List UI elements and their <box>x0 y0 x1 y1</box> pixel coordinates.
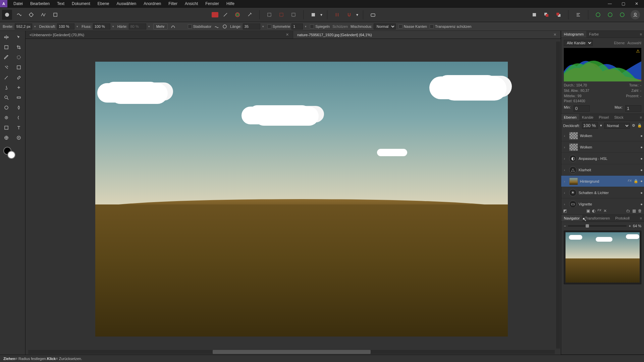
tab-stock[interactable]: Stock <box>611 114 626 121</box>
layer-expand-icon[interactable]: › <box>564 134 567 138</box>
menu-hilfe[interactable]: Hilfe <box>223 0 238 7</box>
persona-export-icon[interactable] <box>50 10 60 20</box>
toolbar-selection2-icon[interactable] <box>276 10 286 20</box>
toolbar-snap-icon[interactable] <box>332 10 342 20</box>
ctx-pressure-icon[interactable] <box>170 24 176 29</box>
ctx-stabmode1-icon[interactable] <box>214 24 219 29</box>
layer-add-icon[interactable]: ▦ <box>632 208 636 213</box>
tool-mesh-icon[interactable] <box>0 133 13 143</box>
ctx-stabilizer-checkbox[interactable] <box>188 24 192 28</box>
zoom-in-button[interactable]: + <box>629 224 631 228</box>
layer-delete-icon[interactable]: 🗑 <box>638 208 642 213</box>
layer-blend-select[interactable]: Normal <box>604 123 630 129</box>
toolbar-align-icon[interactable] <box>573 10 583 20</box>
ctx-width-input[interactable] <box>15 23 32 29</box>
ctx-wet-checkbox[interactable] <box>398 24 402 28</box>
layer-addmask-icon[interactable]: ▣ <box>586 208 590 213</box>
toolbar-arrange1-icon[interactable] <box>529 10 539 20</box>
tool-gradient-icon[interactable] <box>13 62 25 72</box>
layer-group-icon[interactable]: 🗀 <box>626 208 630 213</box>
toolbar-quickmask-icon[interactable] <box>308 10 318 20</box>
layer-visibility-icon[interactable]: ● <box>640 157 643 161</box>
toolbar-picker-icon[interactable] <box>245 10 255 20</box>
layer-expand-icon[interactable]: › <box>564 191 567 195</box>
panel-menu-icon[interactable]: ≡ <box>638 215 644 222</box>
layer-visibility-icon[interactable]: ● <box>640 134 643 138</box>
ctx-symmetry-checkbox[interactable] <box>267 24 271 28</box>
tool-blur-icon[interactable] <box>13 113 25 123</box>
layer-visibility-icon[interactable]: ● <box>640 191 643 195</box>
tab-farbe[interactable]: Farbe <box>586 31 601 38</box>
toolbar-swatch-icon[interactable] <box>212 12 218 17</box>
menu-ebene[interactable]: Ebene <box>94 0 113 7</box>
histogram-channel-select[interactable]: Alle Kanäle <box>564 40 593 46</box>
persona-develop-icon[interactable] <box>26 10 36 20</box>
toolbar-snap-dropdown-icon[interactable]: ▾ <box>356 12 358 17</box>
ctx-protect-label[interactable]: Schützen <box>332 24 348 28</box>
panel-menu-icon[interactable]: ≡ <box>638 31 644 38</box>
tool-measure-icon[interactable] <box>13 93 25 103</box>
tool-smudge-icon[interactable] <box>13 103 25 113</box>
tab-close-icon[interactable]: ✕ <box>286 33 289 37</box>
zoom-slider[interactable] <box>568 225 627 227</box>
document-tab[interactable]: nature-7595617_1920.jpg [Geändert] (64,1… <box>293 31 561 39</box>
chevron-down-icon[interactable]: ▾ <box>304 25 307 28</box>
ctx-mirror-checkbox[interactable] <box>310 24 314 28</box>
tool-flood-icon[interactable] <box>0 62 13 72</box>
layer-live-icon[interactable]: ✕ <box>603 208 607 213</box>
document-tab[interactable]: <Unbenannt> [Geändert] (70,8%)✕ <box>25 31 293 39</box>
tool-redeye-icon[interactable] <box>0 113 13 123</box>
toolbar-colorwheel-icon[interactable] <box>232 10 243 20</box>
persona-liquify-icon[interactable] <box>14 10 24 20</box>
chevron-down-icon[interactable]: ▾ <box>600 123 602 128</box>
zoom-out-button[interactable]: − <box>564 224 566 228</box>
menu-auswaehlen[interactable]: Auswählen <box>113 0 140 7</box>
toolbar-brush-icon[interactable] <box>220 10 230 20</box>
menu-anordnen[interactable]: Anordnen <box>140 0 164 7</box>
tool-erase-icon[interactable] <box>13 72 25 82</box>
chevron-down-icon[interactable]: ▾ <box>148 25 151 28</box>
chevron-down-icon[interactable]: ▾ <box>262 25 265 28</box>
background-color-icon[interactable] <box>7 151 15 159</box>
layer-opacity-input[interactable] <box>582 122 598 129</box>
layer-visibility-icon[interactable]: ● <box>640 179 643 183</box>
tool-view-icon[interactable] <box>0 42 13 52</box>
menu-bearbeiten[interactable]: Bearbeiten <box>27 0 53 7</box>
toolbar-selection1-icon[interactable] <box>264 10 274 20</box>
ctx-symmetry-input[interactable] <box>291 23 303 29</box>
layer-adjust-icon[interactable]: ◐ <box>592 208 595 213</box>
histogram-min-input[interactable] <box>574 105 590 112</box>
histogram-ebene-link[interactable]: Ebene <box>614 41 625 45</box>
ctx-flow-input[interactable] <box>93 23 110 29</box>
horizontal-scrollbar[interactable] <box>28 350 555 354</box>
toolbar-arrange2-icon[interactable] <box>541 10 551 20</box>
panel-menu-icon[interactable]: ≡ <box>638 114 644 121</box>
layer-row[interactable]: ›☀Schatten & Lichter● <box>561 187 644 198</box>
toolbar-assistant-icon[interactable] <box>368 10 378 20</box>
ctx-blend-select[interactable]: Normal <box>374 23 396 29</box>
chevron-down-icon[interactable]: ▾ <box>34 25 37 28</box>
layer-mask-icon[interactable]: ◩ <box>563 208 567 213</box>
ctx-length-input[interactable] <box>243 23 260 29</box>
layer-fx-icon[interactable]: FX <box>597 208 601 213</box>
tab-close-icon[interactable]: ✕ <box>553 33 556 37</box>
layer-row[interactable]: ›Wolken● <box>561 130 644 141</box>
tab-transformieren[interactable]: Transformieren <box>582 215 612 222</box>
warning-icon[interactable]: ⚠ <box>636 49 640 54</box>
menu-fenster[interactable]: Fenster <box>202 0 222 7</box>
histogram-max-input[interactable] <box>625 105 641 112</box>
layer-row[interactable]: ›◐Anpassung - HSL● <box>561 153 644 164</box>
canvas-area[interactable] <box>25 39 561 355</box>
persona-tone-icon[interactable] <box>38 10 48 20</box>
tool-node-icon[interactable] <box>13 32 25 42</box>
tool-move-icon[interactable] <box>0 32 13 42</box>
layer-row[interactable]: ›Wolken● <box>561 141 644 153</box>
ctx-more-button[interactable]: Mehr <box>153 23 168 29</box>
layer-expand-icon[interactable]: › <box>564 145 567 149</box>
persona-photo-icon[interactable] <box>2 10 12 20</box>
histogram-auswahl-link[interactable]: Auswahl <box>627 41 641 45</box>
ctx-stabmode2-icon[interactable] <box>222 24 227 29</box>
tab-ebenen[interactable]: Ebenen <box>561 114 579 121</box>
toolbar-stock1-icon[interactable] <box>593 10 603 20</box>
toolbar-quickmask-dropdown-icon[interactable]: ▾ <box>320 12 322 17</box>
